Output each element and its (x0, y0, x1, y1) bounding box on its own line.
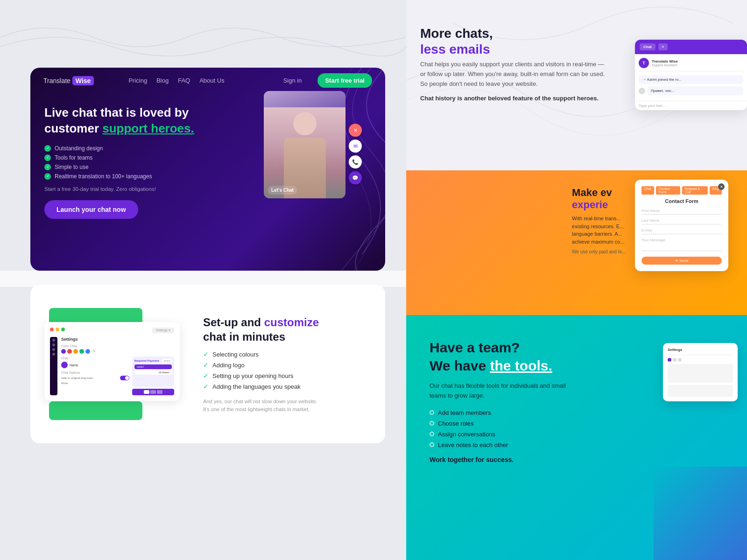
team-feature-2: Choose roles (430, 420, 724, 427)
color-yellow[interactable] (73, 349, 78, 354)
chat-preview-box: Required Payment stripe Hello! Hi there! (132, 357, 174, 387)
hero-feature-1: ✓Outstanding design (44, 145, 222, 152)
hero-title-accent: support heroes. (102, 121, 194, 135)
chat-body: T Translate Wise Support Assistant → Kar… (635, 54, 747, 101)
color-green[interactable] (79, 349, 84, 354)
mockup-dropdown[interactable]: Settings ▾ (152, 328, 174, 333)
nav-about[interactable]: About Us (199, 77, 224, 84)
check-green-4: ✓ (203, 383, 209, 390)
chat-mockup-right: Chat ≡ T Translate Wise Support Assistan… (635, 40, 747, 110)
logo-translate: Translate (43, 77, 70, 84)
check-icon-4: ✓ (44, 173, 51, 180)
close-icon[interactable]: ✕ (349, 124, 362, 137)
toggle-label-2: None (61, 382, 68, 385)
field-last-name[interactable]: Last Name (641, 218, 722, 224)
toggle-label-1: Hide or original lang input (61, 377, 93, 379)
support-info: T Translate Wise Support Assistant (639, 58, 743, 71)
contact-send-button[interactable]: ✈ Send (641, 257, 722, 265)
phone-icon[interactable]: 📞 (349, 155, 362, 168)
setup-title: Set-up and customize chat in minutes (203, 315, 371, 344)
team-section: Have a team? We have the tools. Our chat… (406, 315, 747, 560)
avatar-name: Name (70, 364, 78, 367)
chat-preview-bubble: Hello! (134, 364, 172, 369)
more-chats-section: More chats, less emails Chat helps you e… (420, 26, 747, 108)
check-green-2: ✓ (203, 361, 209, 369)
chat-preview-response: Hi there! (134, 370, 172, 375)
color-red[interactable] (67, 349, 72, 354)
setup-mockup-container: Settings ▾ Settings Color Chat (44, 308, 189, 420)
email-icon[interactable]: ✉ (349, 140, 362, 153)
logo-wise: Wise (72, 76, 94, 85)
mockup-right-area: Chat Name Chat Options Hide or original … (61, 357, 174, 395)
chat-side-icons: ✕ ✉ 📞 💬 (349, 124, 362, 184)
bullet-3 (430, 432, 434, 436)
bullet-2 (430, 421, 434, 426)
contact-section: ✕ Chat Contact Form Request a Call FAQ C… (406, 170, 747, 315)
nav-faq[interactable]: FAQ (178, 77, 190, 84)
chat-tab-chat[interactable]: Chat (640, 43, 655, 50)
hero-feature-4: ✓Realtime translation to 100+ languages (44, 173, 222, 180)
color-label: Color Chat (61, 344, 174, 348)
mockup-btn-row (132, 389, 174, 395)
avatar-row: Name (61, 362, 129, 368)
chat-avatar-2 (639, 88, 645, 94)
support-avatar: T (639, 58, 649, 68)
field-email[interactable]: E-mail (641, 228, 722, 234)
field-first-name[interactable]: First Name (641, 209, 722, 215)
hero-title: Live chat that is loved by customer supp… (44, 105, 222, 137)
hero-features: ✓Outstanding design ✓Tools for teams ✓Si… (44, 145, 222, 180)
team-mockup-bar-2 (668, 385, 733, 397)
chat-mockup-header: Chat ≡ (635, 40, 747, 54)
color-blue[interactable] (85, 349, 90, 354)
chat-icon[interactable]: 💬 (349, 171, 362, 184)
dot-red (50, 328, 54, 331)
nav-pricing[interactable]: Pricing (128, 77, 147, 84)
chat-row-2: Привет, чно... (639, 86, 743, 95)
logo: Translate Wise (43, 76, 94, 85)
tab-request[interactable]: Request a Call (682, 186, 708, 195)
nav-signin[interactable]: Sign in (283, 77, 302, 84)
mockup-main: Settings Color Chat ✎ (61, 337, 174, 395)
mockup-form: Chat Name Chat Options Hide or original … (61, 357, 129, 395)
hero-cta-button[interactable]: Launch your chat now (44, 200, 138, 219)
chat-preview-header: Required Payment stripe (134, 359, 172, 363)
team-title-accent: the tools. (490, 358, 552, 373)
setup-content: Set-up and customize chat in minutes ✓Se… (203, 315, 371, 413)
tab-chat[interactable]: Chat (641, 186, 654, 195)
color-purple[interactable] (61, 349, 66, 354)
nav-blog[interactable]: Blog (156, 77, 169, 84)
mockup-topbar: Settings ▾ (50, 328, 174, 333)
nav-cta-button[interactable]: Start free trial (317, 73, 372, 88)
btn-mockup-1 (144, 390, 149, 394)
bg-decor-top (0, 0, 406, 68)
hero-feature-3: ✓Simple to use (44, 164, 222, 170)
edit-icon[interactable]: ✎ (92, 349, 96, 354)
tab-contact[interactable]: Contact Form (656, 186, 680, 195)
team-success: Work together for success. (430, 456, 724, 463)
team-mockup-bar (668, 364, 733, 383)
contact-close-button[interactable]: ✕ (718, 183, 725, 190)
support-name: Translate Wise (652, 59, 678, 63)
dot-yellow (56, 328, 59, 331)
more-chats-description-bold: Chat history is another beloved feature … (420, 94, 607, 104)
lets-chat-badge: Let's Chat (268, 186, 297, 195)
team-purple-gradient (654, 467, 747, 560)
team-feature-4: Leave notes to each other (430, 441, 724, 448)
green-bar-bottom (49, 401, 142, 420)
mockup-sidebar (50, 337, 57, 395)
less-emails-accent: less emails (420, 42, 490, 56)
make-title: Make evexperie (572, 187, 626, 211)
team-features: Add team members Choose roles Assign con… (430, 409, 724, 448)
field-message[interactable]: Your Message (641, 238, 722, 251)
support-text: Translate Wise Support Assistant (652, 59, 678, 67)
chat-tab-menu[interactable]: ≡ (658, 43, 668, 50)
check-green-3: ✓ (203, 372, 209, 379)
chat-options-label: Chat Options (61, 371, 129, 374)
toggle-1[interactable] (120, 376, 129, 380)
support-sub: Support Assistant (652, 63, 678, 67)
check-green-1: ✓ (203, 350, 209, 358)
hero-subtitle: Start a free 30-day trial today. Zero ob… (44, 186, 222, 192)
chat-input-bar[interactable]: Type your feel... (635, 101, 747, 110)
check-icon-1: ✓ (44, 145, 51, 152)
btn-mockup-2 (150, 390, 156, 394)
